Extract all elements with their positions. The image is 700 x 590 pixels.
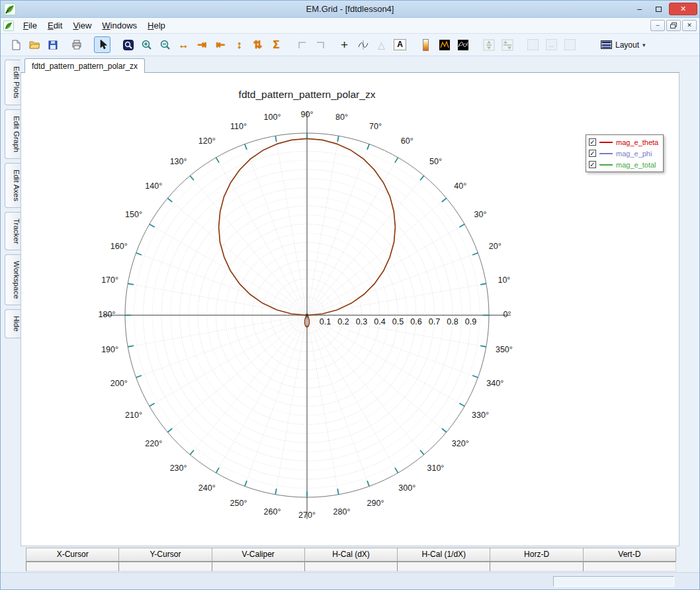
link-vertical-a-icon [483,39,495,51]
sidebar-item-tracker[interactable]: Tracker [5,212,21,251]
zoom-out-icon [159,39,171,51]
sidebar-item-hide[interactable]: Hide [5,309,21,338]
shift-right-button[interactable]: ⇥ [194,36,210,53]
pane-a-button[interactable] [525,36,541,53]
link-vertical-b-button[interactable] [499,36,515,53]
layout-dropdown[interactable]: Layout ▾ [595,38,651,52]
caliper-left-button[interactable] [294,36,310,53]
menu-edit[interactable]: Edit [42,19,67,32]
app-logo-icon [4,3,16,15]
pointer-tool-button[interactable] [94,36,110,53]
text-annotation-button[interactable]: A [392,36,408,53]
zoom-region-icon [122,39,134,51]
save-icon [47,39,59,51]
open-button[interactable] [26,36,42,53]
legend-checkbox-mag-e-total[interactable]: ✓ [589,161,596,168]
fit-vertical-icon: ↕ [237,40,242,50]
svg-text:270°: 270° [298,511,316,520]
link-vertical-a-button[interactable] [480,36,497,53]
maximize-button[interactable] [650,3,668,15]
open-folder-icon [28,39,40,51]
shift-left-button[interactable]: ⇤ [212,36,229,53]
sidebar-item-workspace[interactable]: Workspace [5,254,21,305]
tab-fdtd-pattern-polar-zx[interactable]: fdtd_pattern_pattern_polar_zx [24,58,145,73]
zoom-in-button[interactable] [138,36,155,53]
legend-swatch-mag-e-theta [599,142,613,143]
overlay-curves-button[interactable] [455,36,471,53]
crosshair-button[interactable]: + [336,36,353,53]
pane-a-icon [527,39,539,50]
svg-text:200°: 200° [110,379,128,388]
mdi-window-controls: – ✕ [650,20,699,31]
zoom-in-icon [141,39,153,51]
sidebar-item-edit-graph[interactable]: Edit Graph [5,109,21,159]
statusbar [1,572,699,589]
svg-text:250°: 250° [230,499,247,508]
main-area: Edit Plots Edit Graph Edit Axes Tracker … [1,56,699,546]
zoom-region-button[interactable] [120,36,136,53]
legend-swatch-mag-e-phi [599,153,613,154]
readout-value-h-cal-1dx [397,562,490,571]
legend-checkbox-mag-e-phi[interactable]: ✓ [589,150,596,157]
menu-file[interactable]: File [18,19,42,32]
mdi-close-button[interactable]: ✕ [682,20,697,31]
triangle-marker-button[interactable]: △ [373,36,390,53]
autoscale-icon: Σ [273,40,280,50]
menu-help[interactable]: Help [142,19,171,32]
svg-text:70°: 70° [369,122,382,131]
svg-text:100°: 100° [264,113,281,122]
tracker-curve-icon [357,39,369,51]
svg-text:230°: 230° [170,464,187,473]
svg-text:180°: 180° [99,310,116,319]
spectrum-button[interactable] [436,36,453,53]
svg-text:0.6: 0.6 [410,317,421,326]
svg-text:140°: 140° [145,181,162,191]
svg-text:330°: 330° [472,411,489,420]
readout-value-horz-d [490,562,583,571]
pane-b-button[interactable] [562,36,578,53]
minimize-button[interactable]: – [631,3,648,15]
readout-value-y-cursor [118,562,212,571]
new-file-button[interactable] [7,36,24,53]
zoom-out-button[interactable] [157,36,173,53]
sidebar-item-edit-plots[interactable]: Edit Plots [5,60,21,105]
close-button[interactable]: ✕ [669,3,697,15]
fit-horizontal-button[interactable]: ↔ [175,36,192,53]
svg-text:0.4: 0.4 [374,317,385,326]
svg-text:60°: 60° [401,136,414,146]
legend-label-mag-e-theta: mag_e_theta [616,138,658,146]
svg-text:110°: 110° [230,122,247,131]
colorbar-button[interactable] [417,36,434,53]
svg-text:310°: 310° [427,464,445,473]
status-field [553,576,674,587]
svg-text:190°: 190° [101,345,118,354]
autoscale-button[interactable]: Σ [268,36,284,53]
save-button[interactable] [44,36,61,53]
layout-label: Layout [615,40,639,50]
mdi-minimize-button[interactable]: – [650,20,665,31]
pane-b-icon [564,39,576,50]
legend-swatch-mag-e-total [599,164,613,166]
svg-text:130°: 130° [170,157,187,166]
swap-vertical-button[interactable]: ⇅ [249,36,266,53]
svg-text:0.7: 0.7 [429,317,440,326]
menu-windows[interactable]: Windows [97,19,142,32]
menu-view[interactable]: View [67,19,97,32]
caliper-right-button[interactable] [312,36,329,53]
shift-left-icon: ⇤ [216,40,225,50]
plot-area[interactable]: 0°10°20°30°40°50°60°70°80°90°100°110°120… [21,73,679,546]
svg-text:320°: 320° [452,439,469,448]
readout-header-x-cursor: X-Cursor [26,548,119,562]
pane-horizontal-button[interactable]: ↔ [543,36,560,53]
fit-vertical-button[interactable]: ↕ [231,36,247,53]
legend-checkbox-mag-e-theta[interactable]: ✓ [589,138,596,146]
legend-label-mag-e-total: mag_e_total [616,161,656,169]
svg-text:220°: 220° [145,439,162,448]
svg-text:150°: 150° [125,210,142,219]
sidebar-item-edit-axes[interactable]: Edit Axes [5,163,21,208]
mdi-restore-button[interactable] [666,20,681,31]
svg-text:210°: 210° [125,411,142,420]
print-button[interactable] [68,36,85,53]
pointer-icon [97,39,108,50]
tracker-button[interactable] [355,36,371,53]
